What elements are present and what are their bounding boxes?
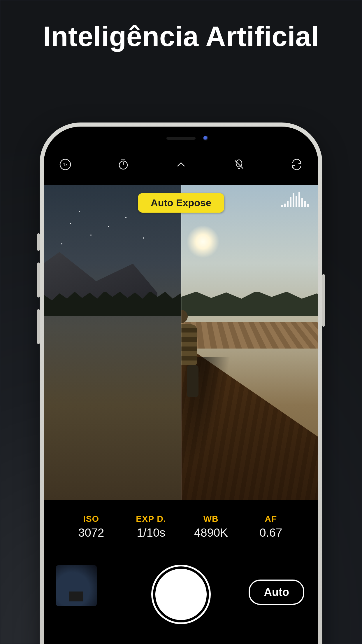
phone-mute-switch — [37, 233, 40, 251]
exposure-settings-row: ISO 3072 EXP D. 1/10s WB 4890K AF 0.67 — [44, 512, 318, 539]
svg-text:1x: 1x — [63, 162, 68, 167]
camera-topbar: 1x — [44, 153, 318, 176]
camera-bottombar: Auto — [44, 550, 318, 644]
mode-auto-button[interactable]: Auto — [249, 580, 304, 605]
phone-power-button — [322, 274, 325, 327]
auto-expose-badge[interactable]: Auto Expose — [138, 193, 224, 213]
setting-exposure-duration[interactable]: EXP D. 1/10s — [128, 514, 174, 539]
setting-value: 0.67 — [247, 526, 294, 539]
shutter-button[interactable] — [155, 569, 207, 620]
camera-viewfinder[interactable]: Auto Expose — [44, 185, 318, 500]
setting-iso[interactable]: ISO 3072 — [68, 514, 115, 539]
phone-notch — [143, 133, 219, 144]
setting-autofocus[interactable]: AF 0.67 — [247, 514, 294, 539]
setting-label: ISO — [68, 514, 115, 524]
zoom-button[interactable]: 1x — [57, 156, 73, 173]
histogram-icon[interactable] — [281, 192, 309, 207]
setting-label: AF — [247, 514, 294, 524]
timer-icon[interactable] — [115, 156, 131, 173]
viewfinder-image-left-dark — [44, 185, 181, 500]
flash-off-icon[interactable] — [231, 156, 247, 173]
setting-label: EXP D. — [128, 514, 174, 524]
setting-value: 3072 — [68, 526, 115, 539]
phone-front-camera — [203, 136, 208, 141]
phone-volume-up — [37, 262, 40, 298]
before-after-divider[interactable] — [181, 185, 182, 500]
stars — [44, 185, 181, 500]
setting-label: WB — [188, 514, 234, 524]
gallery-thumbnail[interactable] — [56, 565, 97, 606]
marketing-headline: Inteligência Artificial — [0, 20, 362, 52]
phone-speaker — [166, 137, 196, 140]
phone-frame: 1x — [40, 123, 322, 644]
setting-value: 1/10s — [128, 526, 174, 539]
setting-white-balance[interactable]: WB 4890K — [188, 514, 234, 539]
setting-value: 4890K — [188, 526, 234, 539]
phone-screen: 1x — [44, 127, 318, 644]
switch-camera-icon[interactable] — [289, 156, 305, 173]
chevron-up-icon[interactable] — [173, 156, 189, 173]
phone-volume-down — [37, 309, 40, 344]
